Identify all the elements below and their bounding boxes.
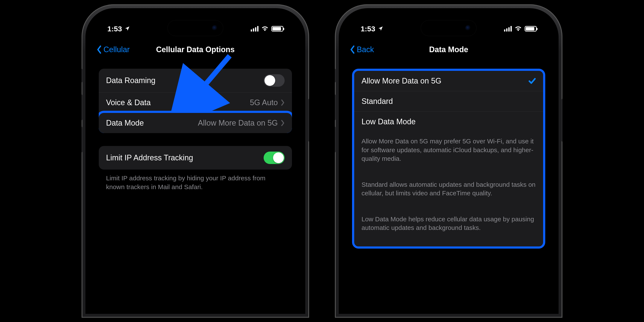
data-mode-options: Allow More Data on 5G Standard Low Data … [354, 71, 543, 132]
phone-frame-right: 1:53 Back Data Mode [335, 4, 562, 318]
settings-group-privacy: Limit IP Address Tracking [99, 146, 292, 170]
volume-down-button [335, 127, 336, 152]
nav-bar: Back Data Mode [344, 45, 554, 54]
status-time: 1:53 [361, 25, 375, 33]
back-label: Cellular [104, 45, 130, 54]
row-limit-ip-tracking[interactable]: Limit IP Address Tracking [99, 146, 292, 170]
chevron-right-icon [281, 100, 285, 106]
volume-down-button [82, 127, 82, 152]
cellular-signal-icon [251, 26, 258, 32]
option-allow-more-data-5g[interactable]: Allow More Data on 5G [354, 71, 543, 91]
option-label: Low Data Mode [362, 117, 416, 126]
status-time: 1:53 [107, 25, 122, 33]
wifi-icon [262, 26, 268, 31]
chevron-left-icon [96, 45, 102, 54]
battery-icon [525, 26, 537, 32]
row-data-roaming[interactable]: Data Roaming [99, 69, 292, 92]
option-label: Allow More Data on 5G [362, 76, 441, 86]
page-title: Data Mode [344, 45, 554, 54]
back-button[interactable]: Cellular [96, 45, 130, 54]
back-button[interactable]: Back [350, 45, 374, 54]
screen-cellular-data-options: 1:53 Cellular Cellular Data Options [90, 13, 300, 309]
mute-switch [335, 69, 336, 82]
row-value: Allow More Data on 5G [198, 118, 278, 128]
option-low-data-mode[interactable]: Low Data Mode [354, 112, 543, 132]
toggle-limit-ip[interactable] [264, 152, 285, 164]
phone-frame-left: 1:53 Cellular Cellular Data Options [82, 4, 309, 318]
footer-text-1: Allow More Data on 5G may prefer 5G over… [354, 134, 543, 169]
volume-up-button [335, 94, 336, 120]
highlighted-options-block: Allow More Data on 5G Standard Low Data … [352, 69, 545, 248]
row-value: 5G Auto [250, 98, 278, 107]
screen-data-mode: 1:53 Back Data Mode [344, 13, 554, 309]
chevron-right-icon [281, 120, 285, 126]
power-button [562, 99, 562, 142]
back-label: Back [357, 45, 374, 54]
power-button [308, 99, 309, 142]
settings-group-cellular: Data Roaming Voice & Data 5G Auto Data M… [99, 69, 292, 133]
mute-switch [82, 69, 82, 82]
battery-icon [271, 26, 283, 32]
dynamic-island [168, 20, 223, 36]
location-icon [378, 25, 384, 33]
row-label: Voice & Data [106, 98, 151, 107]
chevron-left-icon [350, 45, 355, 54]
location-icon [124, 25, 130, 33]
option-label: Standard [362, 97, 393, 106]
nav-bar: Cellular Cellular Data Options [90, 45, 300, 54]
row-label: Data Mode [106, 118, 144, 128]
footer-text-3: Low Data Mode helps reduce cellular data… [354, 212, 543, 238]
footer-text-2: Standard allows automatic updates and ba… [354, 177, 543, 203]
row-label: Data Roaming [106, 76, 156, 85]
option-standard[interactable]: Standard [354, 91, 543, 112]
wifi-icon [515, 26, 522, 31]
row-data-mode[interactable]: Data Mode Allow More Data on 5G [99, 113, 292, 133]
row-label: Limit IP Address Tracking [106, 153, 193, 162]
cellular-signal-icon [504, 26, 512, 32]
volume-up-button [82, 94, 82, 120]
row-voice-and-data[interactable]: Voice & Data 5G Auto [99, 92, 292, 113]
footer-text: Limit IP address tracking by hiding your… [99, 174, 292, 191]
dynamic-island [421, 20, 476, 36]
toggle-data-roaming[interactable] [264, 74, 285, 87]
checkmark-icon [528, 77, 536, 84]
